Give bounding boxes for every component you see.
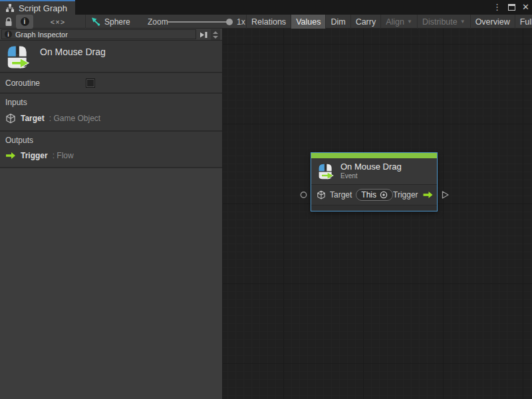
- window-controls: ⋮ ✕: [493, 0, 529, 15]
- node-subtitle: Event: [340, 172, 402, 181]
- script-graph-icon: [5, 3, 15, 13]
- node-output-port-socket[interactable]: [442, 191, 450, 200]
- inspector-toggle-button[interactable]: i: [16, 15, 33, 29]
- align-dropdown[interactable]: Align ▼: [381, 15, 418, 29]
- inputs-heading: Inputs: [5, 98, 217, 107]
- relations-button[interactable]: Relations: [247, 15, 291, 29]
- info-icon: i: [5, 31, 12, 38]
- object-picker-icon[interactable]: [380, 191, 388, 199]
- on-mouse-drag-icon: [5, 45, 31, 70]
- chevron-down-icon: ▼: [460, 19, 466, 25]
- node-title: On Mouse Drag: [340, 162, 402, 172]
- code-preview-button[interactable]: <×>: [47, 15, 69, 29]
- input-port-row: Target : Game Object: [5, 113, 217, 124]
- full-screen-button[interactable]: Full Screen: [515, 15, 532, 29]
- node-event-accent: [311, 153, 437, 158]
- graph-owner-label: Sphere: [104, 17, 130, 27]
- info-icon: i: [21, 17, 29, 26]
- graph-toolbar: i <×> Sphere Zoom 1x Relations Values Di…: [0, 15, 532, 29]
- inspector-header: i Graph Inspector: [0, 29, 222, 41]
- graph-pointer-icon: [90, 17, 100, 27]
- node-output-label: Trigger: [393, 190, 418, 200]
- dock-icon: [200, 31, 207, 39]
- on-mouse-drag-node[interactable]: On Mouse Drag Event Target This Tr: [311, 152, 438, 211]
- close-icon[interactable]: ✕: [522, 0, 529, 15]
- output-port-name: Trigger: [21, 151, 48, 160]
- inputs-section: Inputs Target : Game Object: [0, 94, 222, 132]
- toolbar-button-group: Relations Values Dim Carry Align ▼ Distr…: [246, 15, 532, 29]
- inspected-node-title: On Mouse Drag: [40, 47, 106, 57]
- input-port-type: : Game Object: [49, 114, 100, 123]
- graph-owner-button[interactable]: Sphere: [90, 15, 130, 29]
- spinner-down-icon[interactable]: [213, 36, 218, 39]
- panel-spinner[interactable]: [211, 29, 220, 40]
- zoom-slider-track[interactable]: [168, 21, 231, 23]
- zoom-slider[interactable]: [168, 15, 231, 29]
- tab-label: Script Graph: [19, 3, 67, 13]
- tab-script-graph[interactable]: Script Graph: [0, 0, 75, 15]
- zoom-label: Zoom: [148, 15, 168, 29]
- chevron-down-icon: ▼: [407, 19, 412, 25]
- node-footer: [311, 205, 437, 211]
- tab-bar: Script Graph ⋮ ✕: [0, 0, 532, 15]
- flow-arrow-icon: [5, 151, 16, 160]
- coroutine-row: Coroutine: [0, 73, 222, 94]
- node-input-label: Target: [330, 190, 352, 200]
- overview-button[interactable]: Overview: [471, 15, 515, 29]
- distribute-dropdown[interactable]: Distribute ▼: [418, 15, 471, 29]
- game-object-cube-icon: [5, 113, 16, 124]
- coroutine-label: Coroutine: [5, 78, 40, 88]
- this-object-field[interactable]: This: [356, 189, 393, 201]
- lock-icon: [4, 17, 13, 27]
- outputs-heading: Outputs: [5, 136, 217, 145]
- spinner-up-icon[interactable]: [213, 31, 218, 34]
- code-icon: <×>: [51, 18, 65, 26]
- node-header[interactable]: On Mouse Drag Event: [311, 158, 437, 185]
- carry-button[interactable]: Carry: [351, 15, 382, 29]
- on-mouse-drag-icon: [317, 163, 334, 180]
- values-button[interactable]: Values: [291, 15, 326, 29]
- this-value: This: [361, 190, 376, 200]
- main-area: i Graph Inspector On Mouse Drag Coroutin…: [0, 29, 532, 399]
- zoom-value: 1x: [237, 15, 245, 29]
- output-port-type: : Flow: [53, 151, 74, 160]
- dim-button[interactable]: Dim: [326, 15, 350, 29]
- graph-inspector-panel: i Graph Inspector On Mouse Drag Coroutin…: [0, 29, 223, 399]
- coroutine-checkbox[interactable]: [86, 78, 95, 88]
- node-port-row: Target This Trigger: [311, 185, 437, 205]
- input-port-name: Target: [21, 114, 45, 123]
- maximize-icon[interactable]: [508, 3, 515, 13]
- flow-arrow-icon: [422, 190, 434, 200]
- graph-canvas[interactable]: On Mouse Drag Event Target This Tr: [223, 29, 532, 399]
- node-input-group: Target This: [317, 189, 393, 201]
- script-graph-window: Script Graph ⋮ ✕ i <×> Sphere Zoom 1x: [0, 0, 532, 399]
- lock-button[interactable]: [3, 15, 15, 29]
- node-input-port-socket[interactable]: [300, 192, 307, 199]
- node-output-group: Trigger: [393, 190, 434, 200]
- toolbar-separator: [85, 15, 86, 29]
- dock-panel-button[interactable]: [198, 29, 209, 40]
- output-port-row: Trigger : Flow: [5, 151, 217, 160]
- inspector-title: Graph Inspector: [15, 31, 68, 39]
- inspected-node-header: On Mouse Drag: [0, 41, 222, 73]
- outputs-section: Outputs Trigger : Flow: [0, 132, 222, 168]
- menu-icon[interactable]: ⋮: [493, 0, 501, 15]
- zoom-slider-handle[interactable]: [226, 19, 233, 25]
- game-object-cube-icon: [317, 190, 326, 200]
- inspector-title-box: i Graph Inspector: [1, 29, 196, 39]
